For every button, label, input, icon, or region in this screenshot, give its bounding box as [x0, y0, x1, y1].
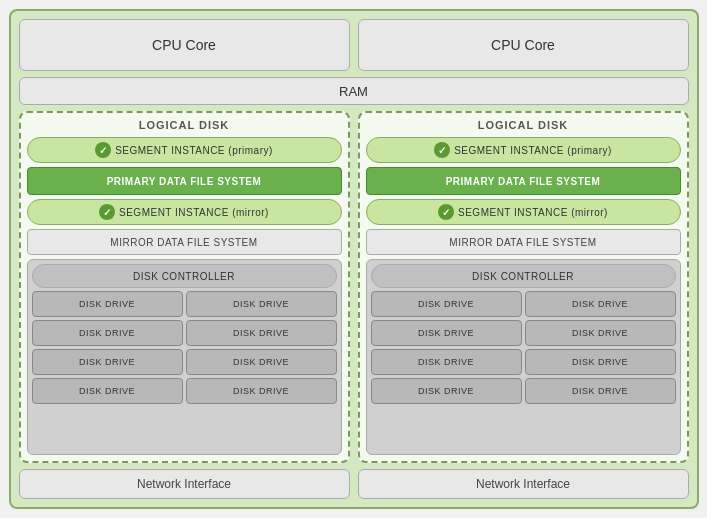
- logical-disk-right: LOGICAL DISK ✓ SEGMENT INSTANCE (primary…: [358, 111, 689, 463]
- disk-drive: DISK DRIVE: [525, 320, 676, 346]
- disk-drive: DISK DRIVE: [371, 349, 522, 375]
- disk-drive: DISK DRIVE: [32, 320, 183, 346]
- logical-row: LOGICAL DISK ✓ SEGMENT INSTANCE (primary…: [19, 111, 689, 463]
- cpu-core-left: CPU Core: [19, 19, 350, 71]
- primary-data-fs-left: PRIMARY DATA FILE SYSTEM: [27, 167, 342, 195]
- disk-drives-row-3-left: DISK DRIVE DISK DRIVE: [32, 349, 337, 375]
- disk-drive: DISK DRIVE: [186, 291, 337, 317]
- main-container: CPU Core CPU Core RAM LOGICAL DISK ✓ SEG…: [9, 9, 699, 509]
- segment-instance-mirror-left: ✓ SEGMENT INSTANCE (mirror): [27, 199, 342, 225]
- disk-drive: DISK DRIVE: [32, 349, 183, 375]
- segment-instance-primary-right: ✓ SEGMENT INSTANCE (primary): [366, 137, 681, 163]
- segment-instance-primary-left: ✓ SEGMENT INSTANCE (primary): [27, 137, 342, 163]
- disk-drive: DISK DRIVE: [525, 378, 676, 404]
- segment-icon-primary-right: ✓: [434, 142, 450, 158]
- disk-drive: DISK DRIVE: [371, 291, 522, 317]
- disk-drive: DISK DRIVE: [32, 291, 183, 317]
- disk-drives-row-2-left: DISK DRIVE DISK DRIVE: [32, 320, 337, 346]
- logical-disk-left: LOGICAL DISK ✓ SEGMENT INSTANCE (primary…: [19, 111, 350, 463]
- disk-drives-row-1-right: DISK DRIVE DISK DRIVE: [371, 291, 676, 317]
- logical-disk-left-title: LOGICAL DISK: [27, 119, 342, 131]
- cpu-core-right: CPU Core: [358, 19, 689, 71]
- disk-drive: DISK DRIVE: [525, 291, 676, 317]
- primary-data-fs-right: PRIMARY DATA FILE SYSTEM: [366, 167, 681, 195]
- disk-drives-row-2-right: DISK DRIVE DISK DRIVE: [371, 320, 676, 346]
- network-interface-left: Network Interface: [19, 469, 350, 499]
- segment-icon-mirror-left: ✓: [99, 204, 115, 220]
- segment-icon-primary-left: ✓: [95, 142, 111, 158]
- mirror-data-fs-left: MIRROR DATA FILE SYSTEM: [27, 229, 342, 255]
- cpu-row: CPU Core CPU Core: [19, 19, 689, 71]
- disk-controller-left: DISK CONTROLLER DISK DRIVE DISK DRIVE DI…: [27, 259, 342, 455]
- disk-drive: DISK DRIVE: [32, 378, 183, 404]
- disk-drive: DISK DRIVE: [186, 349, 337, 375]
- disk-drive: DISK DRIVE: [525, 349, 676, 375]
- logical-disk-right-title: LOGICAL DISK: [366, 119, 681, 131]
- disk-drive: DISK DRIVE: [371, 320, 522, 346]
- mirror-data-fs-right: MIRROR DATA FILE SYSTEM: [366, 229, 681, 255]
- disk-drive: DISK DRIVE: [186, 320, 337, 346]
- segment-icon-mirror-right: ✓: [438, 204, 454, 220]
- disk-drives-row-3-right: DISK DRIVE DISK DRIVE: [371, 349, 676, 375]
- disk-controller-label-right: DISK CONTROLLER: [371, 264, 676, 288]
- disk-drives-row-4-right: DISK DRIVE DISK DRIVE: [371, 378, 676, 404]
- disk-drives-row-1-left: DISK DRIVE DISK DRIVE: [32, 291, 337, 317]
- disk-controller-label-left: DISK CONTROLLER: [32, 264, 337, 288]
- ram-box: RAM: [19, 77, 689, 105]
- network-row: Network Interface Network Interface: [19, 469, 689, 499]
- disk-drive: DISK DRIVE: [371, 378, 522, 404]
- network-interface-right: Network Interface: [358, 469, 689, 499]
- disk-controller-right: DISK CONTROLLER DISK DRIVE DISK DRIVE DI…: [366, 259, 681, 455]
- disk-drives-row-4-left: DISK DRIVE DISK DRIVE: [32, 378, 337, 404]
- segment-instance-mirror-right: ✓ SEGMENT INSTANCE (mirror): [366, 199, 681, 225]
- disk-drive: DISK DRIVE: [186, 378, 337, 404]
